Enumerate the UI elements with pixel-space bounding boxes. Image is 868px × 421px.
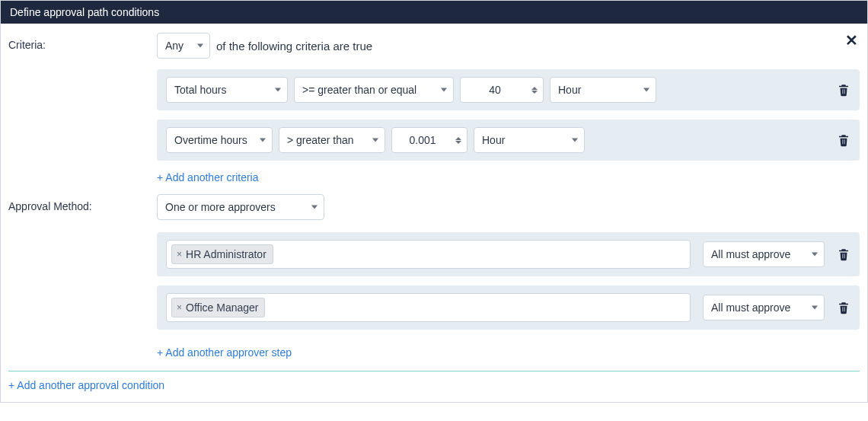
add-approver-step-link[interactable]: + Add another approver step: [157, 346, 292, 359]
criteria-operator-select[interactable]: > greater than: [279, 127, 385, 153]
chevron-down-icon: [643, 88, 649, 92]
criteria-value: 0.001: [392, 134, 453, 146]
criteria-unit-value: Hour: [558, 84, 581, 96]
chevron-down-icon: [372, 139, 378, 142]
dialog-title: Define approval path conditions: [10, 6, 159, 18]
criteria-condition-row: Total hours >= greater than or equal 40: [157, 69, 860, 110]
approval-rule-value: All must approve: [711, 248, 790, 260]
chevron-down-icon: [197, 44, 203, 48]
approval-rule-select[interactable]: All must approve: [703, 295, 825, 321]
criteria-operator-value: >= greater than or equal: [302, 84, 416, 96]
spinner-down-icon[interactable]: [455, 141, 461, 144]
spinner-up-icon[interactable]: [455, 137, 461, 140]
approval-label: Approval Method:: [8, 194, 157, 212]
dialog-body: ✕ Criteria: Any of the following criteri…: [1, 24, 867, 402]
trash-icon: [837, 82, 850, 97]
approval-rule-select[interactable]: All must approve: [703, 241, 825, 267]
dialog: Define approval path conditions ✕ Criter…: [0, 0, 868, 403]
trash-icon: [837, 132, 850, 148]
dialog-header: Define approval path conditions: [1, 1, 867, 24]
criteria-field-value: Total hours: [174, 84, 226, 96]
criteria-operator-value: > greater than: [287, 134, 354, 146]
remove-tag-icon[interactable]: ×: [177, 303, 182, 312]
remove-tag-icon[interactable]: ×: [177, 250, 182, 259]
chevron-down-icon: [812, 253, 818, 257]
criteria-unit-select[interactable]: Hour: [474, 127, 585, 153]
delete-approver-step-button[interactable]: [837, 300, 850, 315]
criteria-field-select[interactable]: Overtime hours: [166, 127, 273, 153]
delete-approver-step-button[interactable]: [837, 247, 850, 262]
criteria-mode-value: Any: [165, 40, 183, 52]
criteria-unit-value: Hour: [482, 134, 505, 146]
approval-method-value: One or more approvers: [165, 201, 276, 213]
close-icon[interactable]: ✕: [845, 33, 858, 48]
chevron-down-icon: [812, 306, 818, 310]
spinner-up-icon[interactable]: [531, 87, 538, 90]
chevron-down-icon: [311, 206, 318, 209]
criteria-mode-select[interactable]: Any: [157, 33, 210, 59]
delete-criteria-button[interactable]: [837, 132, 850, 148]
section-divider: [8, 371, 860, 372]
criteria-suffix-text: of the following criteria are true: [216, 40, 372, 53]
approval-row: Approval Method: One or more approvers ×…: [8, 194, 860, 363]
approval-rule-value: All must approve: [711, 301, 790, 314]
approver-tag-input[interactable]: × Office Manager: [166, 293, 691, 322]
chevron-down-icon: [260, 139, 266, 142]
approver-step-row: × Office Manager All must approve: [157, 285, 860, 330]
trash-icon: [837, 247, 850, 262]
chevron-down-icon: [572, 139, 578, 142]
criteria-value: 40: [461, 84, 529, 96]
delete-criteria-button[interactable]: [837, 82, 850, 97]
approval-method-select[interactable]: One or more approvers: [157, 194, 324, 220]
criteria-label: Criteria:: [8, 33, 157, 51]
add-criteria-link[interactable]: + Add another criteria: [157, 171, 258, 183]
criteria-value-input[interactable]: 0.001: [391, 127, 468, 153]
criteria-unit-select[interactable]: Hour: [550, 77, 656, 103]
approver-tag: × HR Administrator: [171, 244, 273, 264]
chevron-down-icon: [275, 88, 281, 92]
criteria-value-input[interactable]: 40: [460, 77, 544, 103]
add-approval-condition-link[interactable]: + Add another approval condition: [8, 378, 164, 396]
approver-step-row: × HR Administrator All must approve: [157, 232, 860, 276]
approver-tag-label: HR Administrator: [186, 248, 266, 260]
approver-tag: × Office Manager: [171, 298, 265, 317]
approver-tag-input[interactable]: × HR Administrator: [166, 240, 691, 269]
criteria-field-select[interactable]: Total hours: [166, 77, 288, 103]
number-spinner[interactable]: [529, 87, 543, 94]
criteria-operator-select[interactable]: >= greater than or equal: [294, 77, 454, 103]
criteria-row: Criteria: Any of the following criteria …: [8, 33, 860, 188]
number-spinner[interactable]: [453, 137, 467, 144]
approver-tag-label: Office Manager: [186, 301, 258, 314]
spinner-down-icon[interactable]: [531, 91, 538, 94]
chevron-down-icon: [441, 88, 447, 92]
criteria-field-value: Overtime hours: [174, 134, 247, 146]
trash-icon: [837, 300, 850, 315]
criteria-condition-row: Overtime hours > greater than 0.001: [157, 120, 860, 161]
